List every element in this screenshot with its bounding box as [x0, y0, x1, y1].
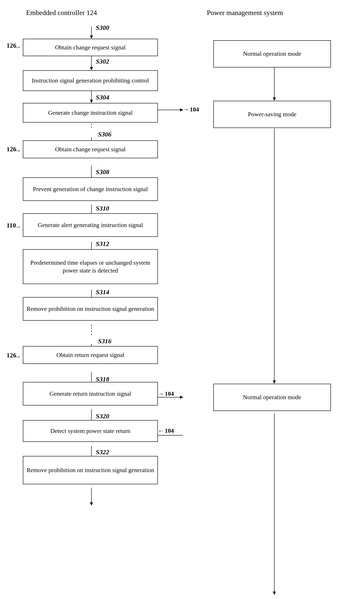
svg-marker-39	[180, 396, 183, 399]
arrow-126-1: →	[15, 44, 21, 51]
arrow-126-3: →	[15, 353, 21, 360]
box-remove-prohibition-1: Remove prohibition on instruction signal…	[23, 297, 158, 321]
diagram-container: Embedded controller 124 Power management…	[0, 0, 364, 599]
step-s318: S318	[96, 375, 109, 383]
header-left: Embedded controller 124	[26, 9, 97, 17]
step-s306: S306	[98, 131, 111, 138]
header-left-text: Embedded controller 124	[26, 9, 97, 17]
step-s312: S312	[96, 240, 109, 247]
box-obtain-change-1: Obtain change request signal	[23, 39, 158, 56]
ref-104-3-arrow: ←104	[158, 427, 174, 434]
svg-marker-47	[273, 592, 276, 595]
box-generate-return: Generate return instruction signal	[23, 382, 158, 405]
svg-marker-43	[273, 97, 276, 101]
box-normal-mode-2: Normal operation mode	[213, 384, 331, 411]
box-obtain-return: Obtain return request signal	[23, 346, 158, 364]
svg-marker-45	[273, 380, 276, 384]
arrow-126-2: →	[15, 147, 21, 154]
step-s322: S322	[96, 448, 109, 456]
arrow-110: →	[15, 223, 21, 230]
svg-marker-3	[90, 67, 93, 70]
step-s302: S302	[96, 58, 109, 65]
step-s316: S316	[98, 337, 111, 345]
step-s320: S320	[96, 413, 109, 420]
box-generate-alert: Generate alert generating instruction si…	[23, 213, 158, 237]
header-right-text: Power management system	[207, 9, 283, 17]
step-s300: S300	[96, 24, 109, 31]
ref-110: 110	[7, 221, 16, 229]
box-predetermined-time: Predetermined time elapses or unchanged …	[23, 249, 158, 284]
svg-marker-27	[90, 502, 93, 506]
svg-marker-5	[90, 100, 93, 103]
ref-104-1: →104	[183, 106, 199, 113]
box-remove-prohibition-2: Remove prohibition on instruction signal…	[23, 456, 158, 484]
box-normal-mode-1: Normal operation mode	[213, 40, 331, 68]
step-s308: S308	[96, 168, 109, 176]
box-prevent-change: Prevent generation of change instruction…	[23, 177, 158, 201]
header-right: Power management system	[207, 9, 283, 17]
box-instruction-prohibit: Instruction signal generation prohibitin…	[23, 70, 158, 91]
svg-marker-1	[90, 35, 93, 39]
step-s304: S304	[96, 94, 109, 101]
box-power-saving: Power-saving mode	[213, 101, 331, 128]
box-obtain-change-2: Obtain change request signal	[23, 141, 158, 158]
ref-104-2-arrow: →104	[158, 390, 174, 397]
box-detect-return: Detect system power state return	[23, 420, 158, 442]
step-s310: S310	[96, 205, 109, 212]
step-s314: S314	[96, 288, 109, 296]
box-generate-change: Generate change instruction signal	[23, 103, 158, 123]
